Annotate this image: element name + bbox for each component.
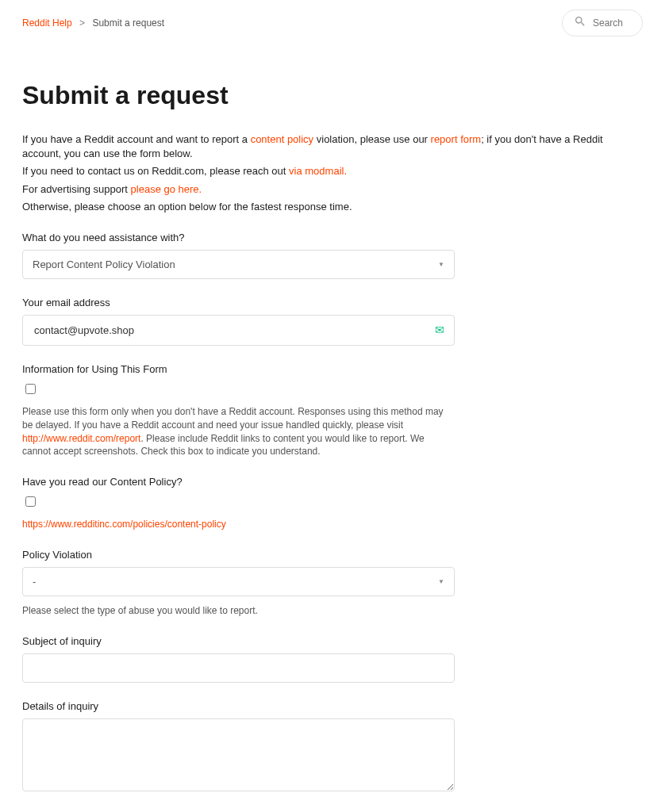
info-form-checkbox[interactable] bbox=[25, 384, 36, 394]
breadcrumb-separator: > bbox=[79, 17, 85, 29]
reddit-report-link[interactable]: http://www.reddit.com/report bbox=[22, 433, 140, 444]
policy-violation-value: - bbox=[33, 576, 36, 588]
assistance-label: What do you need assistance with? bbox=[22, 232, 628, 243]
details-textarea[interactable] bbox=[22, 718, 455, 791]
email-input[interactable] bbox=[33, 324, 429, 337]
intro-line-2: If you need to contact us on Reddit.com,… bbox=[22, 164, 628, 178]
policy-violation-select[interactable]: - ▼ bbox=[22, 567, 455, 596]
content-policy-link[interactable]: content policy bbox=[251, 133, 314, 145]
subject-input[interactable] bbox=[22, 653, 455, 683]
mail-icon: ✉ bbox=[435, 324, 444, 336]
breadcrumb-current: Submit a request bbox=[92, 17, 164, 29]
email-input-wrap: ✉ bbox=[22, 315, 455, 346]
intro-line-3: For advertising support please go here. bbox=[22, 182, 628, 197]
search-input[interactable] bbox=[591, 17, 631, 29]
search-box[interactable] bbox=[562, 10, 643, 36]
breadcrumb-home-link[interactable]: Reddit Help bbox=[22, 17, 72, 29]
advertising-support-link[interactable]: please go here. bbox=[131, 183, 202, 195]
assistance-value: Report Content Policy Violation bbox=[33, 259, 175, 270]
assistance-select[interactable]: Report Content Policy Violation ▼ bbox=[22, 250, 455, 279]
content-policy-checkbox[interactable] bbox=[25, 496, 36, 507]
breadcrumb: Reddit Help > Submit a request bbox=[22, 17, 164, 29]
info-form-label: Information for Using This Form bbox=[22, 363, 628, 375]
chevron-down-icon: ▼ bbox=[438, 261, 444, 268]
page-title: Submit a request bbox=[22, 81, 628, 110]
intro-line-4: Otherwise, please choose an option below… bbox=[22, 200, 628, 214]
chevron-down-icon: ▼ bbox=[438, 578, 444, 585]
email-label: Your email address bbox=[22, 297, 628, 308]
details-label: Details of inquiry bbox=[22, 700, 628, 712]
info-form-hint: Please use this form only when you don't… bbox=[22, 405, 455, 458]
policy-violation-label: Policy Violation bbox=[22, 549, 628, 561]
modmail-link[interactable]: via modmail. bbox=[289, 165, 347, 177]
intro-line-1: If you have a Reddit account and want to… bbox=[22, 132, 628, 161]
policy-violation-hint: Please select the type of abuse you woul… bbox=[22, 604, 455, 618]
content-policy-label: Have you read our Content Policy? bbox=[22, 476, 628, 488]
report-form-link[interactable]: report form bbox=[431, 133, 482, 145]
subject-label: Subject of inquiry bbox=[22, 635, 628, 647]
content-policy-url-link[interactable]: https://www.redditinc.com/policies/conte… bbox=[22, 519, 226, 530]
search-icon bbox=[574, 15, 591, 31]
